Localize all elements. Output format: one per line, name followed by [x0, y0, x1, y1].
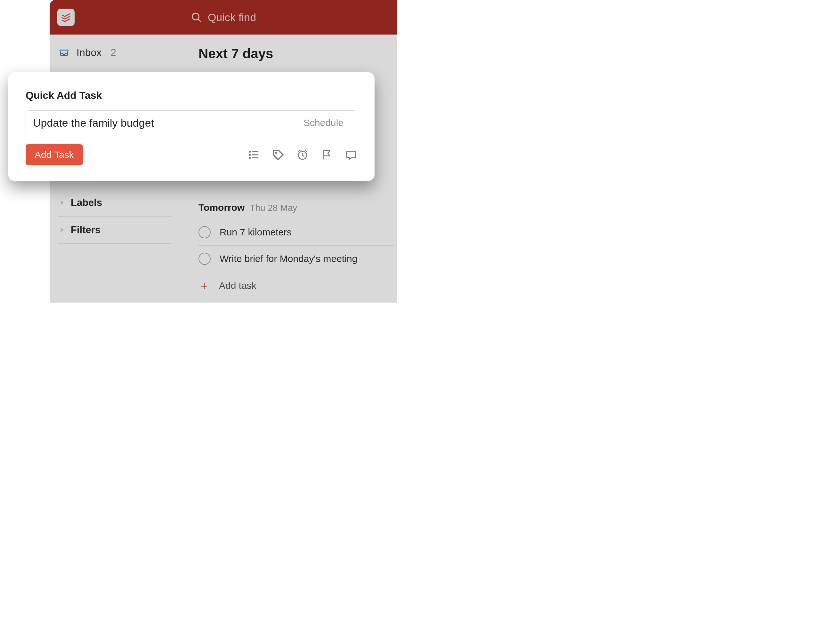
label-icon[interactable]: [272, 149, 284, 161]
day-date: Thu 28 May: [250, 203, 297, 213]
day-group-tomorrow: Tomorrow Thu 28 May Run 7 kilometers Wri…: [199, 199, 394, 299]
chevron-right-icon: [59, 198, 65, 207]
modal-footer: Add Task: [26, 144, 357, 165]
app-logo[interactable]: [57, 9, 74, 26]
svg-point-8: [275, 152, 277, 153]
svg-point-2: [249, 151, 250, 152]
sidebar-inbox-label: Inbox: [76, 47, 102, 58]
modal-title: Quick Add Task: [26, 90, 357, 101]
add-task-label: Add task: [219, 280, 257, 291]
page-title: Next 7 days: [199, 46, 394, 61]
project-icon[interactable]: [248, 149, 260, 161]
svg-line-1: [198, 19, 201, 22]
comment-icon[interactable]: [345, 149, 357, 161]
task-row[interactable]: Run 7 kilometers: [199, 219, 394, 246]
search-icon: [191, 11, 202, 23]
reminder-icon[interactable]: [296, 149, 309, 161]
search-bar[interactable]: Quick find: [191, 11, 256, 24]
sidebar-item-inbox[interactable]: Inbox 2: [58, 44, 171, 68]
todoist-logo-icon: [61, 12, 71, 23]
plus-icon: ＋: [199, 280, 210, 292]
chevron-right-icon: [59, 225, 65, 234]
sidebar-inbox-count: 2: [110, 47, 116, 58]
svg-point-4: [249, 157, 250, 158]
day-header: Tomorrow Thu 28 May: [199, 199, 394, 219]
sidebar-section-label: Labels: [71, 197, 102, 209]
sidebar-section-filters[interactable]: Filters: [58, 216, 171, 244]
task-checkbox[interactable]: [199, 226, 211, 238]
day-name: Tomorrow: [199, 202, 245, 213]
search-placeholder: Quick find: [208, 11, 256, 24]
priority-icon[interactable]: [321, 149, 333, 161]
task-name-input[interactable]: [26, 111, 290, 135]
add-task-button[interactable]: ＋ Add task: [199, 272, 394, 299]
task-options-icons: [248, 149, 357, 161]
schedule-button[interactable]: Schedule: [290, 111, 357, 135]
app-topbar: Quick find: [50, 0, 397, 35]
add-task-submit-button[interactable]: Add Task: [26, 144, 83, 165]
task-row[interactable]: Write brief for Monday's meeting: [199, 246, 394, 272]
inbox-icon: [58, 47, 69, 58]
sidebar-section-labels[interactable]: Labels: [58, 189, 171, 216]
quick-add-task-modal: Quick Add Task Schedule Add Task: [8, 72, 375, 181]
task-input-row: Schedule: [26, 110, 357, 135]
svg-point-3: [249, 154, 250, 155]
task-checkbox[interactable]: [199, 253, 211, 265]
task-title: Write brief for Monday's meeting: [220, 253, 357, 264]
sidebar-section-label: Filters: [71, 224, 100, 236]
task-title: Run 7 kilometers: [220, 227, 292, 238]
